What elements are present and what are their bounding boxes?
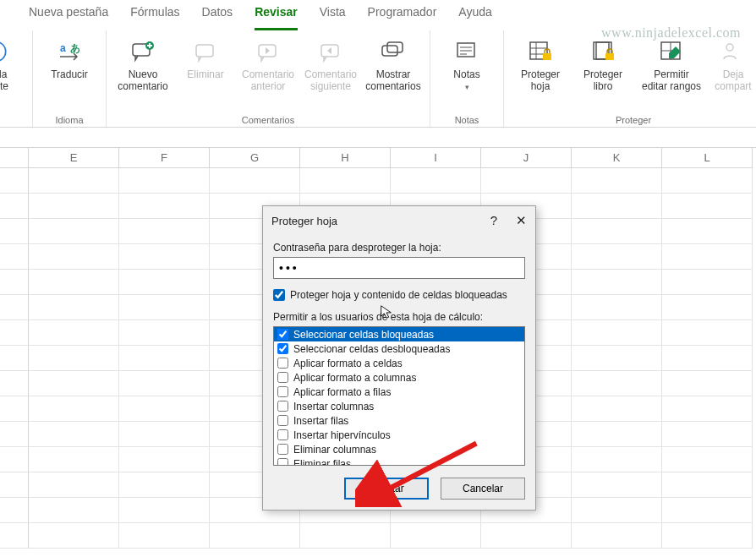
cell[interactable]	[119, 346, 210, 371]
permission-checkbox[interactable]	[277, 429, 288, 440]
cell[interactable]	[391, 168, 481, 194]
cell[interactable]	[572, 295, 662, 320]
tab-ayuda[interactable]: Ayuda	[458, 5, 491, 30]
col-header-g[interactable]: G	[210, 148, 300, 168]
cell[interactable]	[662, 219, 753, 244]
cell[interactable]	[572, 168, 662, 194]
cell[interactable]	[481, 168, 572, 194]
cell[interactable]	[662, 472, 753, 498]
cell[interactable]	[572, 194, 662, 219]
btn-nuevo-comentario[interactable]: Nuevo comentario	[115, 34, 171, 93]
cell[interactable]	[29, 270, 119, 295]
cell[interactable]	[572, 498, 662, 523]
cell[interactable]	[210, 168, 300, 194]
cell[interactable]	[662, 168, 753, 194]
close-icon[interactable]: ✕	[516, 213, 527, 228]
permission-option[interactable]: Insertar filas	[274, 413, 524, 428]
cell[interactable]	[119, 422, 210, 447]
cell[interactable]	[29, 422, 119, 447]
permission-option[interactable]: Eliminar columnas	[274, 442, 524, 456]
permission-option[interactable]: Eliminar filas	[274, 456, 524, 466]
cell[interactable]	[572, 320, 662, 346]
cell[interactable]	[662, 523, 753, 549]
cell[interactable]	[662, 346, 753, 371]
tab-nueva-pestana[interactable]: Nueva pestaña	[29, 5, 108, 30]
col-header-k[interactable]: K	[572, 148, 662, 168]
cell[interactable]	[662, 447, 753, 472]
cell[interactable]	[210, 523, 300, 549]
cell[interactable]	[119, 396, 210, 422]
cell[interactable]	[29, 194, 119, 219]
permission-checkbox[interactable]	[277, 358, 288, 369]
protect-content-checkbox-input[interactable]	[273, 289, 285, 301]
cell[interactable]	[119, 219, 210, 244]
cell[interactable]	[572, 523, 662, 549]
col-header-j[interactable]: J	[481, 148, 572, 168]
cell[interactable]	[300, 168, 391, 194]
permission-checkbox[interactable]	[277, 444, 288, 455]
col-header-i[interactable]: I	[391, 148, 481, 168]
cell[interactable]	[29, 498, 119, 523]
permission-option[interactable]: Insertar columnas	[274, 399, 524, 413]
col-header-e[interactable]: E	[29, 148, 119, 168]
cell[interactable]	[662, 396, 753, 422]
cancel-button[interactable]: Cancelar	[441, 478, 525, 500]
cell[interactable]	[29, 346, 119, 371]
cell[interactable]	[572, 371, 662, 396]
cell[interactable]	[29, 295, 119, 320]
btn-traducir[interactable]: aあ Traducir	[41, 34, 97, 81]
tab-formulas[interactable]: Fórmulas	[130, 5, 179, 30]
cell[interactable]	[572, 447, 662, 472]
cell[interactable]	[119, 498, 210, 523]
btn-proteger-libro[interactable]: Proteger libro	[575, 34, 631, 93]
btn-proteger-hoja[interactable]: Proteger hoja	[512, 34, 568, 93]
cell[interactable]	[29, 320, 119, 346]
cell[interactable]	[29, 447, 119, 472]
tab-revisar[interactable]: Revisar	[255, 5, 298, 30]
cell[interactable]	[662, 320, 753, 346]
permission-option[interactable]: Aplicar formato a celdas	[274, 356, 524, 370]
cell[interactable]	[119, 295, 210, 320]
permission-option[interactable]: Aplicar formato a filas	[274, 385, 524, 399]
cell[interactable]	[572, 346, 662, 371]
accept-button[interactable]: Aceptar	[344, 478, 429, 500]
permissions-listbox[interactable]: Seleccionar celdas bloqueadasSeleccionar…	[273, 326, 525, 466]
col-header-h[interactable]: H	[300, 148, 391, 168]
cell[interactable]	[119, 447, 210, 472]
btn-mostrar-comentarios[interactable]: Mostrar comentarios	[365, 34, 421, 93]
cell[interactable]	[29, 472, 119, 498]
cell[interactable]	[29, 371, 119, 396]
permission-checkbox[interactable]	[277, 415, 288, 426]
tab-programador[interactable]: Programador	[368, 5, 437, 30]
select-all-corner[interactable]	[0, 148, 29, 168]
cell[interactable]	[29, 396, 119, 422]
cell[interactable]	[662, 295, 753, 320]
permission-checkbox[interactable]	[277, 343, 288, 354]
protect-content-checkbox[interactable]: Proteger hoja y contenido de celdas bloq…	[273, 289, 525, 301]
permission-option[interactable]: Aplicar formato a columnas	[274, 370, 524, 385]
help-icon[interactable]: ?	[490, 213, 497, 228]
permission-checkbox[interactable]	[277, 458, 288, 466]
tab-vista[interactable]: Vista	[320, 5, 346, 30]
cell[interactable]	[662, 498, 753, 523]
cell[interactable]	[29, 244, 119, 270]
cell[interactable]	[119, 194, 210, 219]
cell[interactable]	[119, 371, 210, 396]
cell[interactable]	[29, 523, 119, 549]
btn-permitir-editar-rangos[interactable]: Permitir editar rangos	[638, 34, 705, 93]
password-input[interactable]	[273, 257, 525, 279]
col-header-l[interactable]: L	[662, 148, 753, 168]
cell[interactable]	[572, 396, 662, 422]
permission-checkbox[interactable]	[277, 386, 288, 397]
cell[interactable]	[572, 422, 662, 447]
cell[interactable]	[662, 270, 753, 295]
cell[interactable]	[29, 168, 119, 194]
col-header-f[interactable]: F	[119, 148, 210, 168]
cell[interactable]	[119, 270, 210, 295]
cell[interactable]	[119, 244, 210, 270]
cell[interactable]	[572, 244, 662, 270]
cell[interactable]	[572, 270, 662, 295]
tab-datos[interactable]: Datos	[202, 5, 233, 30]
cell[interactable]	[391, 523, 481, 549]
btn-busqueda-inteligente[interactable]: i ueda gente	[0, 34, 24, 93]
